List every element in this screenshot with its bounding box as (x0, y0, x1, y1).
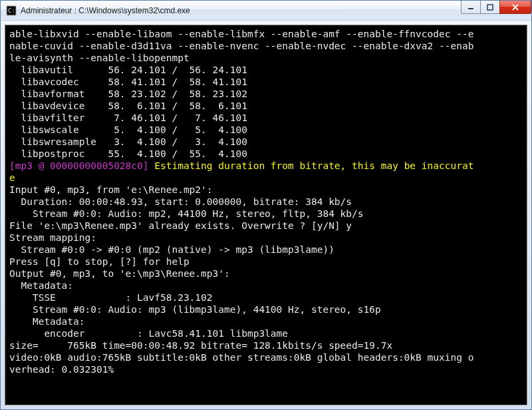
titlebar[interactable]: C: Administrateur : C:\Windows\system32\… (1, 1, 531, 21)
svg-text:C:: C: (8, 7, 15, 14)
console-output[interactable]: able-libxvid --enable-libaom --enable-li… (5, 25, 527, 405)
cmd-icon: C: (6, 5, 17, 16)
svg-rect-3 (487, 5, 493, 10)
close-button[interactable] (499, 1, 531, 14)
window-title: Administrateur : C:\Windows\system32\cmd… (21, 6, 462, 15)
window-controls (462, 1, 531, 20)
maximize-button[interactable] (480, 1, 500, 14)
svg-rect-2 (468, 8, 473, 9)
cmd-window: C: Administrateur : C:\Windows\system32\… (0, 0, 532, 410)
minimize-button[interactable] (461, 1, 481, 14)
